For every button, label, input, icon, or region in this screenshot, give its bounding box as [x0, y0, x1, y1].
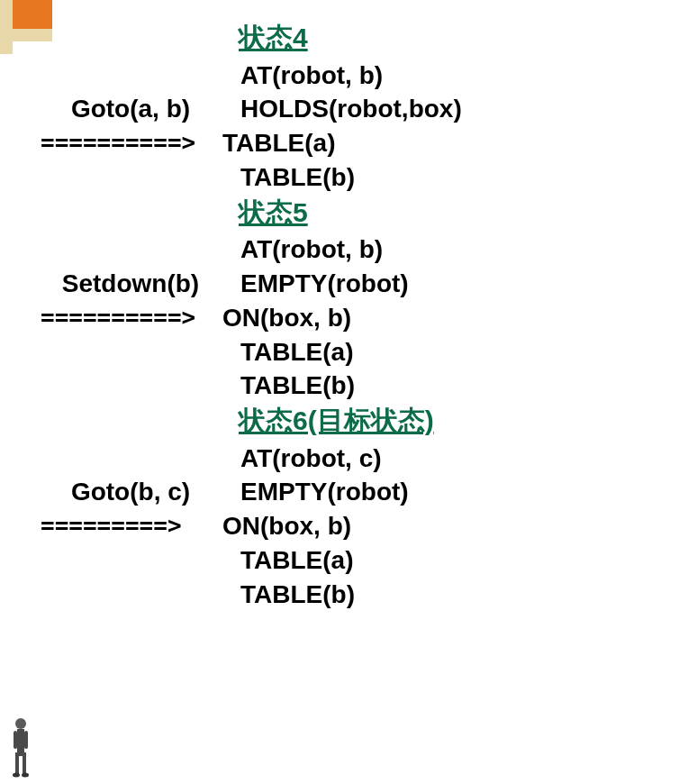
transition-arrow: =========> [41, 509, 221, 542]
predicate: EMPTY(robot) [221, 475, 581, 509]
action-label: Goto(a, b) [41, 92, 221, 126]
slide-content: 状态4 x Goto(a, b) ==========> AT(robot, b… [41, 20, 581, 612]
predicate: ON(box, b) [221, 509, 581, 543]
predicate: TABLE(b) [221, 578, 581, 612]
predicate: AT(robot, c) [221, 442, 581, 476]
predicate: TABLE(b) [221, 160, 581, 195]
state-title: 状态5 [239, 195, 581, 232]
state-title: 状态6(目标状态) [239, 403, 581, 440]
state-title: 状态4 [239, 20, 581, 57]
state-block-5: 状态5 x Setdown(b) ==========> AT(robot, b… [41, 195, 581, 403]
action-label: Setdown(b) [41, 267, 221, 301]
svg-point-4 [22, 773, 29, 778]
predicate: ON(box, b) [221, 301, 581, 335]
predicate: HOLDS(robot,box) [221, 92, 581, 126]
predicate: TABLE(a) [221, 126, 581, 160]
predicate: EMPTY(robot) [221, 267, 581, 301]
svg-point-3 [13, 773, 20, 778]
predicate: TABLE(b) [221, 369, 581, 403]
predicate: AT(robot, b) [221, 232, 581, 267]
svg-rect-2 [24, 731, 28, 749]
action-label: Goto(b, c) [41, 475, 221, 509]
state-block-4: 状态4 x Goto(a, b) ==========> AT(robot, b… [41, 20, 581, 195]
svg-point-0 [15, 718, 26, 729]
svg-rect-1 [14, 731, 17, 749]
transition-arrow: ==========> [41, 301, 221, 333]
predicate: TABLE(a) [221, 335, 581, 369]
tan-vertical-bar [0, 0, 13, 54]
predicate: TABLE(a) [221, 543, 581, 578]
state-block-6: 状态6(目标状态) x Goto(b, c) =========> AT(rob… [41, 403, 581, 611]
transition-arrow: ==========> [41, 126, 221, 159]
person-figure-icon [7, 716, 32, 778]
predicate: AT(robot, b) [221, 59, 581, 93]
